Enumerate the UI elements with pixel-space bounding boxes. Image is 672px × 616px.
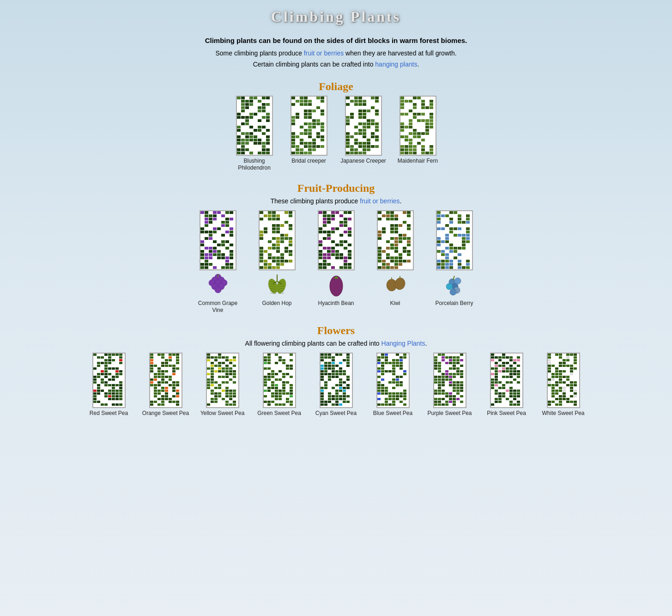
flower-plant-8: White Sweet Pea: [539, 353, 587, 417]
flower-plant-3: Green Sweet Pea: [255, 353, 303, 417]
foliage-plants-row: Blushing PhilodendronBridal creeperJapan…: [28, 96, 644, 172]
fruit-plants-row: Common Grape VineGolden HopHyacinth Bean…: [28, 210, 644, 314]
flower-image-box-8: [547, 353, 580, 408]
fruit-label-0: Common Grape Vine: [193, 300, 243, 314]
fruit-label-3: Kiwi: [390, 300, 400, 307]
flower-canvas-0: [93, 354, 125, 407]
flower-canvas-8: [548, 354, 579, 407]
flower-canvas-6: [434, 354, 466, 407]
flower-label-4: Cyan Sweet Pea: [315, 410, 357, 417]
fruit-image-box-3: [377, 210, 414, 270]
flower-image-box-2: [206, 353, 239, 408]
fruit-icon-4: [442, 272, 467, 298]
fruit-canvas-0: [200, 211, 236, 269]
fruit-icon-2: [323, 272, 349, 298]
flower-image-box-6: [433, 353, 466, 408]
flower-image-box-0: [92, 353, 126, 408]
foliage-label-2: Japanese Creeper: [340, 158, 386, 165]
foliage-label-3: Maidenhair Fern: [398, 158, 438, 165]
foliage-plant-3: Maidenhair Fern: [395, 96, 441, 172]
fruit-icon-canvas-2: [325, 273, 348, 297]
page-container: Climbing Plants Climbing plants can be f…: [0, 0, 672, 440]
intro-bold: Climbing plants can be found on the side…: [128, 37, 544, 44]
fruit-image-box-0: [200, 210, 236, 270]
fruit-image-box-1: [259, 210, 296, 270]
flower-canvas-2: [207, 354, 238, 407]
fruit-icon-canvas-1: [266, 272, 289, 298]
flowers-subtitle-text: All flowering climbing plants can be cra…: [245, 340, 381, 347]
flower-image-box-4: [320, 353, 353, 408]
fruit-image-box-2: [318, 210, 355, 270]
foliage-canvas-3: [400, 97, 436, 155]
fruit-plant-0: Common Grape Vine: [193, 210, 243, 314]
flower-label-6: Purple Sweet Pea: [427, 410, 472, 417]
intro-line2b: .: [417, 61, 419, 68]
page-title: Climbing Plants: [28, 0, 644, 32]
hanging-plants-link1[interactable]: hanging plants: [375, 61, 417, 68]
fruit-plant-1: Golden Hop: [252, 210, 303, 314]
flower-label-8: White Sweet Pea: [542, 410, 584, 417]
fruit-title: Fruit-Producing: [28, 182, 644, 195]
fruit-icon-canvas-4: [443, 274, 466, 297]
flower-plant-4: Cyan Sweet Pea: [312, 353, 360, 417]
intro-line2: Certain climbing plants can be crafted i…: [253, 61, 375, 68]
flower-image-box-5: [376, 353, 410, 408]
fruit-icon-0: [205, 272, 231, 298]
intro-text1: Some climbing plants produce fruit or be…: [128, 48, 544, 70]
flower-label-1: Orange Sweet Pea: [142, 410, 189, 417]
flowers-subtitle-end: .: [425, 340, 427, 347]
fruit-image-box-4: [436, 210, 473, 270]
flowers-title: Flowers: [28, 324, 644, 337]
fruit-subtitle: These climbing plants produce fruit or b…: [28, 197, 644, 205]
flower-plant-1: Orange Sweet Pea: [141, 353, 190, 417]
foliage-image-box-0: [236, 96, 273, 156]
fruit-canvas-1: [260, 211, 295, 269]
foliage-label-0: Blushing Philodendron: [231, 158, 278, 172]
flower-plant-2: Yellow Sweet Pea: [198, 353, 247, 417]
flower-canvas-1: [150, 354, 182, 407]
foliage-plant-2: Japanese Creeper: [340, 96, 387, 172]
flower-image-box-3: [263, 353, 296, 408]
fruit-icon-3: [382, 272, 408, 298]
fruit-berries-link2[interactable]: fruit or berries: [360, 197, 400, 205]
flower-plant-5: Blue Sweet Pea: [369, 353, 417, 417]
flower-label-3: Green Sweet Pea: [257, 410, 301, 417]
flowers-plants-row: Red Sweet PeaOrange Sweet PeaYellow Swee…: [28, 353, 644, 417]
flower-label-7: Pink Sweet Pea: [487, 410, 526, 417]
fruit-berries-link1[interactable]: fruit or berries: [304, 49, 344, 57]
flower-label-2: Yellow Sweet Pea: [200, 410, 245, 417]
fruit-plant-2: Hyacinth Bean: [311, 210, 362, 314]
fruit-canvas-4: [437, 211, 472, 269]
flower-canvas-7: [491, 354, 522, 407]
foliage-plant-1: Bridal creeper: [286, 96, 332, 172]
foliage-label-1: Bridal creeper: [291, 158, 326, 165]
flower-plant-7: Pink Sweet Pea: [482, 353, 531, 417]
flower-label-5: Blue Sweet Pea: [373, 410, 412, 417]
intro-line1: Some climbing plants produce: [215, 49, 303, 57]
foliage-canvas-0: [237, 97, 272, 155]
flower-label-0: Red Sweet Pea: [90, 410, 128, 417]
flower-plant-6: Purple Sweet Pea: [425, 353, 474, 417]
hanging-plants-link2[interactable]: Hanging Plants: [381, 340, 425, 347]
fruit-label-4: Porcelain Berry: [435, 300, 473, 307]
flower-image-box-1: [149, 353, 182, 408]
fruit-label-1: Golden Hop: [262, 300, 291, 307]
foliage-title: Foliage: [28, 80, 644, 93]
fruit-icon-1: [264, 272, 290, 298]
flower-plant-0: Red Sweet Pea: [85, 353, 133, 417]
fruit-label-2: Hyacinth Bean: [318, 300, 354, 307]
fruit-subtitle-text: These climbing plants produce: [270, 197, 360, 205]
flower-canvas-5: [377, 354, 409, 407]
fruit-plant-3: Kiwi: [370, 210, 421, 314]
foliage-image-box-2: [345, 96, 382, 156]
foliage-image-box-3: [400, 96, 436, 156]
intro-section: Climbing plants can be found on the side…: [128, 37, 544, 70]
fruit-subtitle-end: .: [400, 197, 402, 205]
foliage-image-box-1: [291, 96, 327, 156]
fruit-icon-canvas-0: [206, 274, 230, 297]
fruit-canvas-3: [378, 211, 413, 269]
flower-canvas-3: [264, 354, 295, 407]
foliage-canvas-1: [291, 97, 327, 155]
flower-image-box-7: [490, 353, 523, 408]
foliage-plant-0: Blushing Philodendron: [231, 96, 278, 172]
